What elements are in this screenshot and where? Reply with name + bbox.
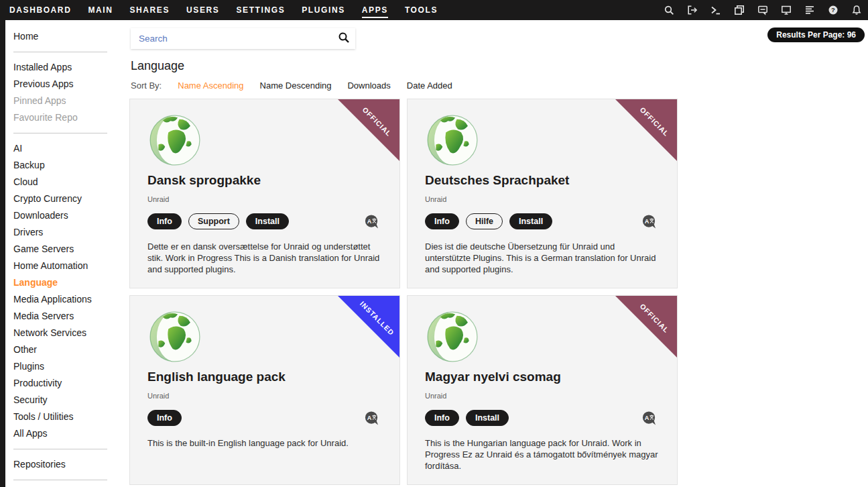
app-card-grid: OFFICIAL Dansk sprogpakke Unraid Info Su… <box>129 99 868 485</box>
search-submit-button[interactable] <box>332 28 355 49</box>
feedback-icon[interactable] <box>757 5 768 15</box>
nav-plugins[interactable]: PLUGINS <box>302 0 345 20</box>
nav-settings[interactable]: SETTINGS <box>236 0 285 20</box>
install-button[interactable]: Install <box>509 213 552 229</box>
sidebar-item-drivers[interactable]: Drivers <box>13 224 126 241</box>
sort-downloads[interactable]: Downloads <box>347 80 390 91</box>
app-icon-globe[interactable] <box>425 113 480 168</box>
sidebar-item-home-automation[interactable]: Home Automation <box>13 258 126 274</box>
notifications-icon[interactable] <box>851 5 862 15</box>
app-card-english-language-pack: INSTALLED English language pack Unraid I… <box>129 295 400 485</box>
nav-main[interactable]: MAIN <box>88 0 113 20</box>
search-icon[interactable] <box>664 5 674 15</box>
support-button[interactable]: Hilfe <box>466 213 503 229</box>
top-navigation-bar: DASHBOARD MAIN SHARES USERS SETTINGS PLU… <box>0 0 868 20</box>
app-description: Dette er en dansk oversættelse for Unrai… <box>147 241 383 275</box>
install-button[interactable]: Install <box>466 410 509 426</box>
search-row: Results Per Page: 96 <box>129 20 868 51</box>
sidebar-item-installed-apps[interactable]: Installed Apps <box>13 59 126 76</box>
sort-name-descending[interactable]: Name Descending <box>260 80 332 91</box>
app-title[interactable]: Deutsches Sprachpaket <box>425 173 661 188</box>
sidebar-item-downloaders[interactable]: Downloaders <box>13 207 126 224</box>
page-title: Language <box>131 59 868 73</box>
sort-bar: Sort By: Name Ascending Name Descending … <box>131 80 868 91</box>
official-ribbon: OFFICIAL <box>615 99 677 161</box>
sidebar-item-backup[interactable]: Backup <box>13 157 126 174</box>
sidebar-divider <box>13 449 107 449</box>
app-description: This is the Hungarian language pack for … <box>425 437 661 472</box>
nav-apps[interactable]: APPS <box>362 0 388 20</box>
sidebar-item-tools-utilities[interactable]: Tools / Utilities <box>13 409 126 425</box>
sidebar-divider <box>13 52 107 52</box>
sidebar-item-ai[interactable]: AI <box>13 140 126 157</box>
log-icon[interactable] <box>804 5 815 15</box>
sidebar-item-home[interactable]: Home <box>13 28 126 45</box>
sidebar-divider <box>13 480 107 480</box>
sidebar-item-repositories[interactable]: Repositories <box>13 456 126 473</box>
sort-date-added[interactable]: Date Added <box>407 80 452 91</box>
nav-tools[interactable]: TOOLS <box>405 0 438 20</box>
app-title[interactable]: Magyar nyelvi csomag <box>425 370 661 384</box>
sidebar-item-language[interactable]: Language <box>13 274 126 291</box>
app-author: Unraid <box>147 392 383 400</box>
terminal-icon[interactable] <box>710 5 721 15</box>
sidebar-item-all-apps[interactable]: All Apps <box>13 425 126 442</box>
official-ribbon: OFFICIAL <box>615 296 677 358</box>
sidebar-item-previous-apps[interactable]: Previous Apps <box>13 76 126 93</box>
monitor-icon[interactable] <box>781 5 792 15</box>
copy-icon[interactable] <box>734 5 745 15</box>
search-input[interactable] <box>131 34 332 44</box>
nav-dashboard[interactable]: DASHBOARD <box>9 0 71 20</box>
app-icon-globe[interactable] <box>147 113 202 168</box>
app-title[interactable]: English language pack <box>147 370 383 384</box>
sidebar-item-crypto-currency[interactable]: Crypto Currency <box>13 191 126 207</box>
install-button[interactable]: Install <box>246 213 289 229</box>
app-actions: Info Install <box>425 410 661 426</box>
sidebar-item-media-applications[interactable]: Media Applications <box>13 291 126 308</box>
app-card-deutsches-sprachpaket: OFFICIAL Deutsches Sprachpaket Unraid In… <box>407 99 678 288</box>
info-button[interactable]: Info <box>425 410 459 426</box>
help-icon[interactable]: ? <box>828 5 839 15</box>
app-title[interactable]: Dansk sprogpakke <box>147 173 383 188</box>
installed-ribbon: INSTALLED <box>338 296 399 358</box>
app-author: Unraid <box>425 392 661 400</box>
sidebar-item-pinned-apps[interactable]: Pinned Apps <box>13 93 126 109</box>
sidebar: Home Installed Apps Previous Apps Pinned… <box>5 20 126 487</box>
nav-users[interactable]: USERS <box>186 0 219 20</box>
app-card-magyar-nyelvi-csomag: OFFICIAL Magyar nyelvi csomag Unraid Inf… <box>407 295 678 485</box>
support-button[interactable]: Support <box>188 213 239 229</box>
app-icon-globe[interactable] <box>147 309 202 364</box>
app-icon-globe[interactable] <box>425 309 480 364</box>
language-translate-icon[interactable] <box>641 411 657 426</box>
topbar-icons: ? <box>664 5 862 15</box>
sort-by-label: Sort By: <box>131 80 162 91</box>
sidebar-item-media-servers[interactable]: Media Servers <box>13 308 126 325</box>
main-nav: DASHBOARD MAIN SHARES USERS SETTINGS PLU… <box>9 0 438 20</box>
sidebar-item-network-services[interactable]: Network Services <box>13 325 126 341</box>
sidebar-item-cloud[interactable]: Cloud <box>13 174 126 191</box>
sort-name-ascending[interactable]: Name Ascending <box>178 80 243 91</box>
logout-icon[interactable] <box>687 5 698 15</box>
main-content: Results Per Page: 96 Language Sort By: N… <box>129 20 868 487</box>
left-edge-strip <box>0 20 5 487</box>
language-translate-icon[interactable] <box>364 411 379 426</box>
results-per-page-badge[interactable]: Results Per Page: 96 <box>767 28 865 42</box>
app-author: Unraid <box>425 195 661 203</box>
app-actions: Info <box>147 410 383 426</box>
sidebar-item-plugins[interactable]: Plugins <box>13 358 126 375</box>
info-button[interactable]: Info <box>425 213 459 229</box>
info-button[interactable]: Info <box>147 213 182 229</box>
language-translate-icon[interactable] <box>364 214 379 229</box>
nav-shares[interactable]: SHARES <box>129 0 170 20</box>
info-button[interactable]: Info <box>147 410 182 426</box>
app-actions: Info Support Install <box>147 213 383 229</box>
language-translate-icon[interactable] <box>641 214 657 229</box>
magnifier-icon <box>338 32 350 46</box>
app-author: Unraid <box>147 195 383 203</box>
sidebar-item-game-servers[interactable]: Game Servers <box>13 241 126 258</box>
sidebar-item-security[interactable]: Security <box>13 392 126 409</box>
sidebar-item-other[interactable]: Other <box>13 341 126 358</box>
sidebar-item-productivity[interactable]: Productivity <box>13 375 126 392</box>
sidebar-item-favourite-repo[interactable]: Favourite Repo <box>13 109 126 126</box>
sidebar-divider <box>13 133 107 133</box>
